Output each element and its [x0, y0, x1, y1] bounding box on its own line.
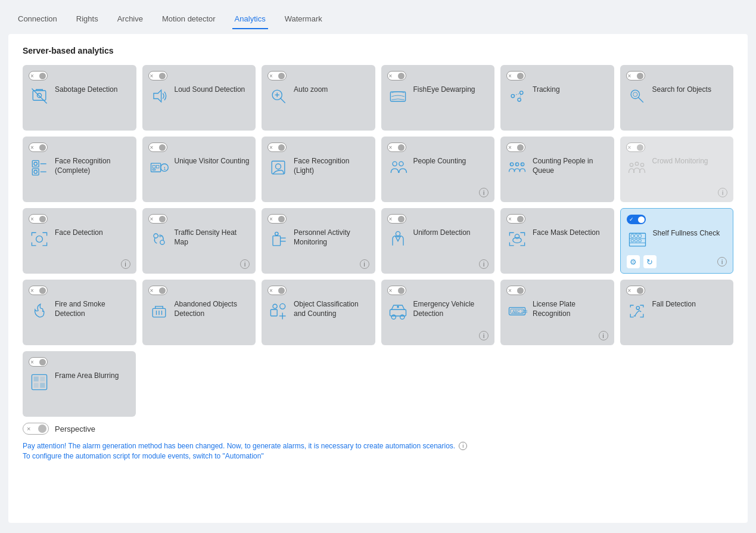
toggle-off-emergency-vehicle[interactable] [387, 286, 406, 295]
toggle-off-traffic-density[interactable] [148, 214, 167, 224]
nav-archive[interactable]: Archive [115, 11, 145, 29]
info-personnel-activity[interactable]: i [360, 259, 369, 269]
sabotage-icon [29, 85, 50, 107]
toggle-off-search-objects[interactable] [626, 71, 645, 80]
info-uniform-detection[interactable]: i [479, 259, 489, 269]
perspective-toggle[interactable] [23, 423, 49, 435]
toggle-abandoned-objects[interactable] [148, 286, 250, 295]
svg-rect-46 [273, 236, 281, 246]
info-emergency-vehicle[interactable]: i [479, 331, 489, 340]
toggle-face-mask[interactable] [506, 214, 608, 224]
card-tracking: Tracking [500, 65, 614, 131]
label-fall-detection: Fall Detection [652, 300, 728, 309]
nav-motion-detector[interactable]: Motion detector [160, 11, 218, 29]
svg-point-9 [511, 94, 514, 97]
info-license-plate[interactable]: i [599, 331, 608, 340]
tracking-icon [506, 85, 528, 107]
nav-rights[interactable]: Rights [74, 11, 101, 29]
toggle-off-counting-queue[interactable] [506, 142, 525, 152]
info-traffic-density[interactable]: i [240, 259, 250, 269]
card-shelf-fullness: Shelf Fullness Check ⚙ ↻ i [620, 208, 734, 274]
toggle-license-plate[interactable] [506, 286, 608, 295]
toggle-loud-sound[interactable] [148, 71, 250, 80]
footer-traffic-density: i [148, 259, 250, 269]
toggle-uniform-detection[interactable] [387, 214, 489, 224]
info-people-counting[interactable]: i [479, 188, 489, 197]
toggle-sabotage[interactable] [29, 71, 130, 80]
toggle-off-people-counting[interactable] [387, 142, 406, 152]
card-fall-detection: Fall Detection [620, 280, 734, 345]
toggle-off-fire-smoke[interactable] [29, 286, 48, 295]
card-content-auto-zoom: Auto zoom [267, 85, 369, 123]
toggle-fire-smoke[interactable] [29, 286, 130, 295]
toggle-fall-detection[interactable] [626, 286, 728, 295]
toggle-personnel-activity[interactable] [267, 214, 369, 224]
toggle-off-object-classification[interactable] [267, 286, 287, 295]
toggle-face-detection[interactable] [29, 214, 130, 224]
info-crowd-monitoring[interactable]: i [718, 188, 727, 197]
toggle-off-loud-sound[interactable] [148, 71, 167, 80]
svg-point-30 [276, 164, 281, 169]
toggle-off-auto-zoom[interactable] [267, 71, 287, 80]
toggle-search-objects[interactable] [626, 71, 728, 80]
shelf-refresh-btn[interactable]: ↻ [643, 255, 657, 268]
toggle-unique-visitor[interactable] [148, 142, 250, 152]
nav-watermark[interactable]: Watermark [282, 11, 325, 29]
card-content-fisheye: FishEye Dewarping [387, 85, 489, 123]
toggle-object-classification[interactable] [267, 286, 369, 295]
toggle-off-unique-visitor[interactable] [148, 142, 167, 152]
toggle-off-fall-detection[interactable] [626, 286, 645, 295]
toggle-off-face-detection[interactable] [29, 214, 48, 224]
label-shelf-fullness: Shelf Fullness Check [653, 229, 727, 238]
toggle-frame-blurring[interactable] [29, 357, 130, 367]
label-crowd-monitoring: Crowd Monitoring [652, 157, 728, 166]
svg-rect-83 [41, 383, 45, 388]
label-emergency-vehicle: Emergency Vehicle Detection [413, 300, 489, 318]
notice-info-icon[interactable]: i [459, 442, 467, 450]
toggle-off-frame-blurring[interactable] [29, 357, 48, 367]
toggle-off-personnel-activity[interactable] [267, 214, 287, 224]
toggle-shelf-fullness[interactable] [627, 215, 727, 224]
label-face-mask: Face Mask Detection [533, 228, 608, 238]
fall-detection-icon [626, 300, 648, 321]
svg-point-20 [34, 171, 37, 173]
toggle-fisheye[interactable] [387, 71, 489, 80]
toggle-off-face-rec-light[interactable] [267, 142, 287, 152]
toggle-auto-zoom[interactable] [267, 71, 369, 80]
label-fire-smoke: Fire and Smoke Detection [55, 300, 130, 318]
label-traffic-density: Traffic Density Heat Map [175, 228, 250, 247]
toggle-people-counting[interactable] [387, 142, 489, 152]
toggle-off-face-mask[interactable] [506, 214, 525, 224]
toggle-traffic-density[interactable] [148, 214, 250, 224]
nav-analytics[interactable]: Analytics [232, 11, 268, 29]
shelf-settings-btn[interactable]: ⚙ [627, 255, 640, 268]
toggle-off-uniform-detection[interactable] [387, 214, 406, 224]
toggle-off-tracking[interactable] [506, 71, 525, 80]
toggle-emergency-vehicle[interactable] [387, 286, 489, 295]
face-mask-icon [506, 228, 528, 250]
toggle-off-abandoned-objects[interactable] [148, 286, 167, 295]
toggle-off-crowd-monitoring[interactable] [626, 142, 645, 152]
card-crowd-monitoring: Crowd Monitoring i [620, 137, 734, 202]
toggle-off-face-rec-complete[interactable] [29, 142, 48, 152]
card-fire-smoke: Fire and Smoke Detection [23, 280, 136, 345]
card-content-emergency-vehicle: Emergency Vehicle Detection [387, 300, 489, 329]
emergency-vehicle-icon [387, 300, 409, 321]
info-face-detection[interactable]: i [121, 259, 130, 269]
toggle-crowd-monitoring[interactable] [626, 142, 728, 152]
nav-connection[interactable]: Connection [15, 11, 60, 29]
toggle-counting-queue[interactable] [506, 142, 608, 152]
svg-rect-58 [638, 234, 641, 237]
svg-rect-26 [156, 165, 159, 168]
label-face-detection: Face Detection [55, 228, 130, 238]
toggle-on-shelf-fullness[interactable] [627, 215, 646, 224]
toggle-tracking[interactable] [506, 71, 608, 80]
toggle-off-license-plate[interactable] [506, 286, 525, 295]
toggle-face-rec-complete[interactable] [29, 142, 130, 152]
toggle-face-rec-light[interactable] [267, 142, 369, 152]
card-license-plate: ABC 123 License Plate Recognition i [500, 280, 614, 345]
auto-zoom-icon [267, 85, 289, 107]
toggle-off-sabotage[interactable] [29, 71, 48, 80]
info-shelf-fullness[interactable]: i [717, 257, 727, 266]
toggle-off-fisheye[interactable] [387, 71, 406, 80]
